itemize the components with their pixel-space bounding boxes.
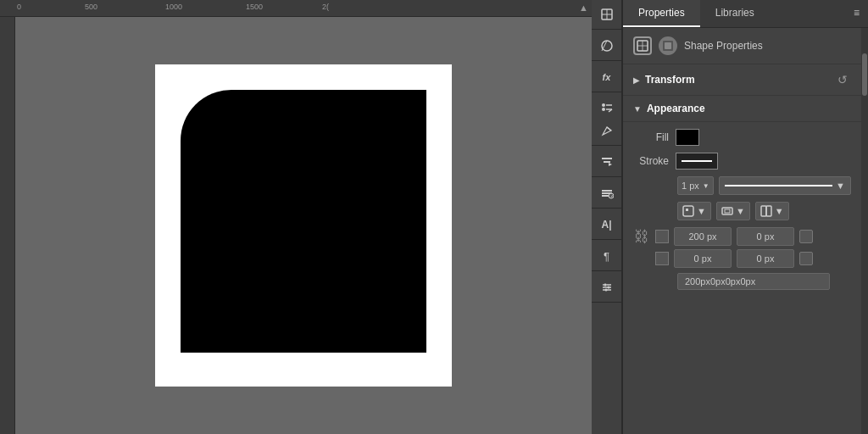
corner-align-caret: ▼ (736, 206, 745, 216)
fill-row: Fill (633, 129, 851, 146)
radius-tr-corner-icon[interactable] (799, 230, 813, 243)
tool-section-settings (592, 276, 621, 303)
fill-color-swatch[interactable] (676, 129, 699, 146)
stroke-size-value: 1 px (682, 181, 699, 191)
align-tool-btn[interactable] (594, 151, 620, 173)
svg-rect-34 (725, 209, 730, 213)
svg-rect-30 (665, 42, 671, 49)
shape-select-icon[interactable] (633, 36, 652, 55)
svg-point-23 (604, 284, 606, 287)
ruler-mark-500: 500 (85, 3, 97, 11)
transform-reset-btn[interactable]: ↺ (834, 71, 851, 88)
tab-properties[interactable]: Properties (623, 0, 700, 27)
svg-point-5 (602, 103, 605, 107)
canvas-viewport[interactable] (15, 17, 592, 434)
fx-tool-btn[interactable]: fx (594, 66, 620, 88)
tool-section-para: ¶ (592, 245, 621, 271)
panel-scrollbar[interactable] (861, 28, 868, 434)
panel-tabs: Properties Libraries ≡ (623, 0, 868, 28)
line-style-caret: ▼ (836, 181, 845, 191)
canvas-paper (155, 64, 452, 387)
radius-br-corner-icon[interactable] (799, 252, 813, 265)
svg-rect-12 (604, 161, 610, 163)
appearance-section-header[interactable]: ▼ Appearance (623, 96, 861, 122)
toolbar-strip: fx (592, 0, 622, 434)
svg-rect-36 (766, 206, 771, 216)
appearance-arrow-icon: ▼ (633, 104, 642, 114)
line-style-preview (725, 185, 832, 186)
ruler-mark-1500: 1500 (246, 3, 263, 11)
transform-arrow-icon: ▶ (633, 75, 640, 85)
svg-point-3 (602, 41, 612, 51)
stroke-size-caret: ▼ (703, 182, 709, 190)
tool-section-fx: fx (592, 66, 621, 92)
svg-rect-33 (722, 208, 732, 214)
stroke-row: Stroke (633, 153, 851, 170)
para-tool-btn[interactable]: ¶ (594, 245, 620, 267)
stroke-color-swatch[interactable] (676, 153, 718, 170)
appearance-section: Fill Stroke 1 px ▼ (623, 122, 861, 297)
stroke-size-select[interactable]: 1 px ▼ (677, 176, 714, 195)
panel-menu-btn[interactable]: ≡ (845, 0, 868, 27)
scrollbar-thumb[interactable] (862, 53, 867, 96)
radius-row-top: ⛓ (633, 227, 851, 246)
radius-tl-input[interactable] (674, 227, 732, 246)
corner-style-btn[interactable]: ▼ (755, 202, 789, 220)
radius-row-bottom (633, 249, 851, 268)
corner-style-caret: ▼ (775, 206, 784, 216)
canvas-content (0, 17, 592, 434)
svg-point-6 (602, 108, 605, 111)
corner-type-caret: ▼ (697, 206, 706, 216)
tool-section-align (592, 151, 621, 177)
radius-br-input[interactable] (737, 249, 794, 268)
paint-tool-btn[interactable] (594, 97, 620, 120)
stroke-size-row: 1 px ▼ ▼ (633, 176, 851, 195)
shape-props-label: Shape Properties (684, 40, 763, 52)
radius-bl-checkbox[interactable] (655, 252, 669, 265)
shape-circle-icon[interactable] (659, 36, 677, 55)
stroke-label: Stroke (633, 155, 669, 167)
settings-tool-btn[interactable] (594, 276, 620, 298)
ruler-mark-0: 0 (17, 3, 21, 11)
radius-tr-input[interactable] (737, 227, 794, 246)
svg-rect-14 (602, 190, 612, 192)
line-style-select[interactable]: ▼ (719, 176, 851, 195)
shape-props-row: Shape Properties (623, 28, 861, 64)
text-tool-btn[interactable]: A| (594, 214, 620, 236)
svg-rect-11 (602, 158, 612, 159)
stroke-line-preview (682, 160, 712, 162)
layers-tool-btn[interactable]: ✓ (594, 182, 620, 204)
svg-point-24 (607, 287, 609, 289)
tool-section-text: A| (592, 214, 621, 240)
pen-tool-btn[interactable] (594, 120, 620, 142)
radius-link-icon[interactable]: ⛓ (633, 228, 650, 246)
tool-section-paint (592, 97, 621, 146)
fill-label: Fill (633, 131, 669, 143)
ruler-top: 0 500 1000 1500 2( ▲ (0, 0, 592, 17)
ruler-collapse-btn[interactable]: ▲ (579, 3, 588, 13)
svg-rect-32 (686, 209, 688, 211)
canvas-area: 0 500 1000 1500 2( ▲ (0, 0, 592, 434)
ruler-left (0, 17, 15, 434)
select-tool-btn[interactable] (594, 3, 620, 25)
panel-content-wrapper: Shape Properties ▶ Transform ↺ ▼ Appeara… (623, 28, 868, 434)
corner-icons-row: ▼ ▼ ▼ (633, 202, 851, 220)
radius-summary-box: 200px0px0px0px (677, 273, 830, 290)
appearance-title: Appearance (647, 103, 705, 114)
right-panel: Properties Libraries ≡ (622, 0, 868, 434)
ruler-mark-2000: 2( (322, 3, 329, 11)
radius-tl-checkbox[interactable] (655, 230, 669, 243)
radius-rows: ⛓ (633, 227, 851, 268)
svg-marker-13 (609, 163, 612, 166)
radius-bl-input[interactable] (674, 249, 732, 268)
transform-section-header[interactable]: ▶ Transform ↺ (623, 64, 861, 96)
corner-type-btn[interactable]: ▼ (677, 202, 711, 220)
tool-section-brush (592, 35, 621, 61)
transform-title: Transform (645, 74, 695, 86)
svg-text:✓: ✓ (609, 193, 614, 198)
corner-align-btn[interactable]: ▼ (716, 202, 750, 220)
tab-libraries[interactable]: Libraries (700, 0, 770, 27)
panel-scroll-content: Shape Properties ▶ Transform ↺ ▼ Appeara… (623, 28, 861, 434)
tool-section-layers: ✓ (592, 182, 621, 209)
brush-tool-btn[interactable] (594, 35, 620, 57)
